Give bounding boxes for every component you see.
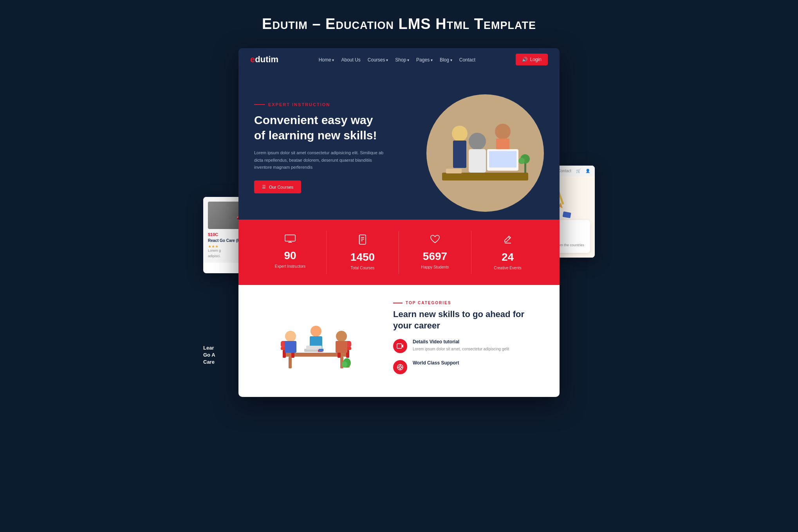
stat-label-events: Creative Events — [494, 266, 522, 270]
hero-tag: Expert Instruction — [254, 102, 385, 107]
category-support-title: World Class Support — [413, 360, 459, 366]
nav-link-home[interactable]: Home — [319, 57, 334, 63]
hero-image — [393, 94, 544, 212]
hero-section: Expert Instruction Convenient easy way o… — [238, 71, 560, 220]
categories-illustration — [254, 301, 377, 381]
svg-point-42 — [336, 331, 347, 342]
logo[interactable]: edutim — [250, 54, 278, 65]
svg-point-36 — [285, 331, 296, 342]
svg-point-48 — [342, 361, 347, 368]
svg-rect-45 — [319, 349, 323, 351]
support-icon-circle — [393, 360, 407, 374]
svg-rect-26 — [289, 357, 292, 368]
svg-point-3 — [469, 133, 486, 150]
hero-title: Convenient easy way of learning new skil… — [254, 112, 385, 143]
logo-text: dutim — [255, 54, 278, 64]
stat-instructors: 90 Expert Instructors — [254, 231, 327, 274]
stat-number-events: 24 — [502, 251, 514, 263]
nav-item-courses[interactable]: Courses — [368, 56, 388, 63]
svg-rect-6 — [453, 141, 466, 168]
browser-mockup: edutim Home About Us Courses Shop Pages … — [238, 48, 560, 397]
nav-link-shop[interactable]: Shop — [395, 57, 409, 63]
nav-item-contact[interactable]: Contact — [459, 56, 475, 63]
svg-point-51 — [399, 366, 401, 368]
nav-link-about[interactable]: About Us — [341, 57, 360, 63]
user-icon[interactable]: 👤 — [585, 169, 590, 173]
hero-illustration — [426, 94, 544, 212]
stat-students: 5697 Happy Students — [399, 231, 471, 274]
svg-rect-22 — [359, 235, 360, 244]
svg-rect-4 — [469, 149, 486, 173]
nav-item-shop[interactable]: Shop — [395, 56, 409, 63]
svg-rect-49 — [397, 344, 402, 348]
categories-section: Top Categories Learn new skills to go ah… — [238, 285, 560, 397]
hero-content: Expert Instruction Convenient easy way o… — [254, 94, 385, 193]
login-label: Login — [530, 57, 542, 62]
svg-rect-10 — [489, 151, 516, 168]
our-courses-button[interactable]: ☰ Our Courses — [254, 180, 301, 193]
section-tag-text: Top Categories — [406, 301, 451, 305]
book-icon — [358, 234, 367, 247]
svg-point-14 — [518, 158, 525, 164]
team-svg — [277, 302, 355, 380]
stats-bar: 90 Expert Instructors 1450 Total Courses — [238, 220, 560, 285]
svg-rect-11 — [446, 169, 462, 173]
section-tag-line — [393, 303, 403, 303]
stat-number-courses: 1450 — [350, 251, 375, 263]
stat-courses: 1450 Total Courses — [327, 231, 399, 274]
nav-links: Home About Us Courses Shop Pages Blog Co… — [319, 56, 475, 63]
section-tag: Top Categories — [393, 301, 544, 305]
stat-label-courses: Total Courses — [350, 266, 374, 270]
stat-number-instructors: 90 — [284, 249, 296, 262]
category-video-title: Details Video tutorial — [413, 339, 509, 344]
svg-line-23 — [508, 237, 510, 238]
hero-tag-line — [254, 104, 265, 105]
stat-number-students: 5697 — [423, 250, 447, 263]
courses-icon: ☰ — [262, 184, 266, 189]
category-video-desc: Lorem ipsum dolor sit amet, consectetur … — [413, 346, 509, 352]
cart-icon[interactable]: 🛒 — [576, 169, 581, 173]
logo-accent: e — [250, 54, 255, 64]
nav-item-about[interactable]: About Us — [341, 56, 360, 63]
support-icon — [397, 364, 404, 371]
hero-circle — [426, 94, 544, 212]
pencil-icon — [504, 234, 512, 247]
video-icon-circle — [393, 339, 407, 353]
svg-rect-15 — [285, 235, 295, 241]
category-support-text: World Class Support — [413, 360, 459, 367]
login-icon: 🔊 — [522, 57, 528, 62]
svg-rect-1 — [442, 173, 528, 180]
nav-link-pages[interactable]: Pages — [416, 57, 433, 63]
nav-link-courses[interactable]: Courses — [368, 57, 388, 63]
team-illustration — [277, 302, 355, 380]
navbar: edutim Home About Us Courses Shop Pages … — [238, 48, 560, 71]
svg-point-7 — [495, 124, 511, 139]
video-icon — [397, 343, 404, 350]
svg-point-5 — [452, 126, 468, 141]
nav-link-blog[interactable]: Blog — [440, 57, 452, 63]
main-container: 🚗 $10C React Go Care (Reac ★★★ Lorem g a… — [125, 48, 673, 397]
category-item-video: Details Video tutorial Lorem ipsum dolor… — [393, 339, 544, 353]
nav-item-pages[interactable]: Pages — [416, 56, 433, 63]
svg-rect-73 — [563, 211, 571, 218]
svg-rect-18 — [359, 235, 366, 244]
categories-content: Top Categories Learn new skills to go ah… — [393, 301, 544, 381]
heart-icon — [430, 234, 440, 246]
nav-item-blog[interactable]: Blog — [440, 56, 452, 63]
hero-tag-text: Expert Instruction — [268, 102, 330, 107]
students-illustration — [426, 94, 544, 212]
hero-description: Lorem ipsum dolor sit amet consectetur a… — [254, 149, 385, 171]
contact-nav[interactable]: Contact — [558, 169, 571, 173]
page-title: Edutim – Education LMS Html Template — [262, 16, 536, 32]
stat-label-students: Happy Students — [421, 265, 449, 269]
section-title: Learn new skills to go ahead for your ca… — [393, 309, 544, 331]
svg-rect-43 — [336, 341, 347, 353]
stat-events: 24 Creative Events — [471, 231, 544, 274]
svg-rect-37 — [285, 341, 296, 353]
nav-item-home[interactable]: Home — [319, 56, 334, 63]
category-item-support: World Class Support — [393, 360, 544, 374]
login-button[interactable]: 🔊 Login — [516, 54, 548, 65]
nav-link-contact[interactable]: Contact — [459, 57, 475, 63]
courses-label: Our Courses — [269, 185, 293, 189]
bottom-left-label: Lear Go A Care — [203, 344, 215, 366]
